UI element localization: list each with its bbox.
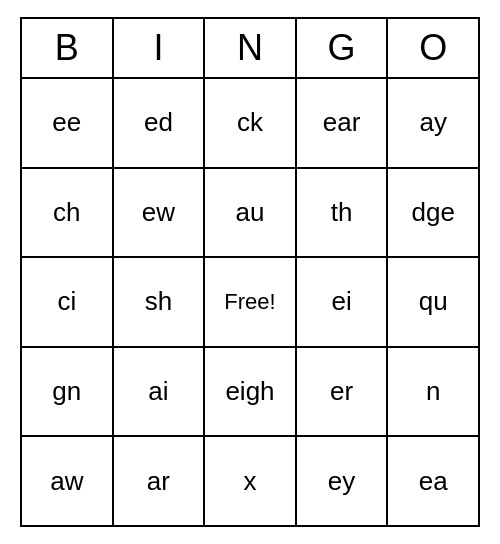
bingo-header: BINGO: [22, 19, 478, 79]
bingo-cell-4-3: ey: [297, 437, 389, 525]
bingo-cell-1-4: dge: [388, 169, 478, 257]
bingo-cell-1-1: ew: [114, 169, 206, 257]
bingo-card: BINGO eeedckearaychewauthdgecishFree!eiq…: [20, 17, 480, 527]
bingo-cell-2-1: sh: [114, 258, 206, 346]
bingo-row-0: eeedckearay: [22, 79, 478, 169]
bingo-row-4: awarxeyea: [22, 437, 478, 525]
bingo-cell-0-0: ee: [22, 79, 114, 167]
bingo-cell-0-4: ay: [388, 79, 478, 167]
bingo-cell-3-1: ai: [114, 348, 206, 436]
bingo-cell-1-0: ch: [22, 169, 114, 257]
bingo-cell-3-3: er: [297, 348, 389, 436]
bingo-cell-0-2: ck: [205, 79, 297, 167]
bingo-cell-4-0: aw: [22, 437, 114, 525]
bingo-cell-1-3: th: [297, 169, 389, 257]
bingo-cell-4-4: ea: [388, 437, 478, 525]
bingo-cell-3-2: eigh: [205, 348, 297, 436]
bingo-body: eeedckearaychewauthdgecishFree!eiqugnaie…: [22, 79, 478, 525]
header-cell-O: O: [388, 19, 478, 77]
bingo-cell-1-2: au: [205, 169, 297, 257]
bingo-row-1: chewauthdge: [22, 169, 478, 259]
header-cell-N: N: [205, 19, 297, 77]
bingo-cell-2-2: Free!: [205, 258, 297, 346]
bingo-cell-3-0: gn: [22, 348, 114, 436]
bingo-cell-0-3: ear: [297, 79, 389, 167]
header-cell-B: B: [22, 19, 114, 77]
bingo-cell-2-4: qu: [388, 258, 478, 346]
bingo-cell-4-2: x: [205, 437, 297, 525]
header-cell-I: I: [114, 19, 206, 77]
bingo-cell-2-3: ei: [297, 258, 389, 346]
header-cell-G: G: [297, 19, 389, 77]
bingo-row-3: gnaieighern: [22, 348, 478, 438]
bingo-row-2: cishFree!eiqu: [22, 258, 478, 348]
bingo-cell-4-1: ar: [114, 437, 206, 525]
bingo-cell-2-0: ci: [22, 258, 114, 346]
bingo-cell-0-1: ed: [114, 79, 206, 167]
bingo-cell-3-4: n: [388, 348, 478, 436]
